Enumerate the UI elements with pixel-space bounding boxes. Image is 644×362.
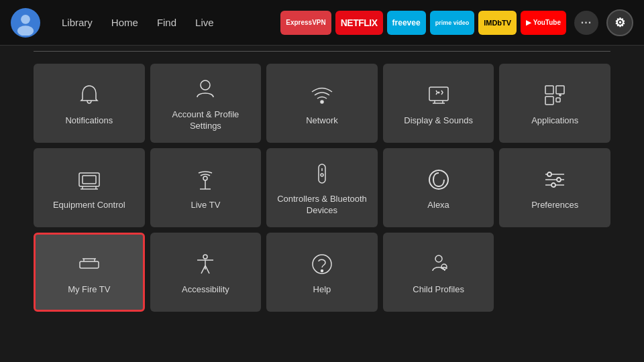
grid-label-notifications: Notifications (65, 115, 113, 127)
grid-label-applications: Applications (531, 115, 578, 127)
nav-item-home[interactable]: Home (103, 13, 146, 32)
svg-point-0 (21, 14, 30, 23)
alexa-icon (425, 166, 452, 193)
grid-label-account: Account & Profile Settings (158, 109, 254, 132)
grid-item-network[interactable]: Network (266, 64, 378, 143)
grid-label-my-fire-tv: My Fire TV (68, 284, 110, 296)
app-icon-imdbtv[interactable]: IMDbTV (478, 11, 517, 35)
svg-point-3 (321, 101, 323, 103)
svg-rect-19 (83, 176, 96, 184)
app-icon-netflix[interactable]: NETFLIX (335, 11, 383, 35)
svg-rect-4 (429, 87, 448, 101)
person-icon (192, 76, 219, 103)
grid-label-alexa: Alexa (427, 200, 449, 211)
separator-top (34, 51, 610, 52)
svg-rect-12 (556, 98, 560, 102)
grid-item-live-tv[interactable]: Live TV (150, 148, 262, 227)
svg-rect-33 (80, 261, 99, 268)
grid-label-help: Help (313, 284, 331, 296)
grid-label-live-tv: Live TV (191, 200, 220, 211)
more-button[interactable]: ··· (574, 11, 598, 35)
nav-item-live[interactable]: Live (187, 13, 222, 32)
svg-point-1 (17, 25, 34, 36)
tv-icon (76, 166, 103, 193)
app-icon-expressvpn[interactable]: ExpressVPN (280, 11, 331, 35)
svg-line-40 (201, 265, 205, 274)
svg-point-37 (203, 255, 207, 259)
grid-item-child-profiles[interactable]: Child Profiles (383, 233, 494, 312)
grid-item-account[interactable]: Account & Profile Settings (150, 64, 262, 143)
grid-item-help[interactable]: Help (266, 233, 378, 312)
grid-item-notifications[interactable]: Notifications (34, 64, 145, 143)
app-icons: ExpressVPNNETFLIXfreeveeprime videoIMDbT… (280, 11, 566, 35)
nav-item-library[interactable]: Library (54, 13, 101, 32)
svg-point-2 (201, 80, 210, 90)
nav-links: LibraryHomeFindLive (54, 13, 222, 32)
settings-grid: Notifications Account & Profile Settings… (0, 57, 644, 318)
wifi-icon (309, 82, 335, 109)
remote-icon (309, 160, 335, 187)
grid-label-controllers: Controllers & Bluetooth Devices (274, 194, 370, 217)
bell-icon (76, 82, 103, 109)
accessibility-icon (192, 251, 219, 278)
svg-line-41 (205, 265, 209, 274)
help-icon (309, 251, 335, 278)
display-icon (425, 82, 452, 109)
grid-item-accessibility[interactable]: Accessibility (150, 233, 262, 312)
firetv-icon (76, 251, 103, 278)
child-icon (425, 251, 452, 278)
grid-label-child-profiles: Child Profiles (413, 284, 464, 296)
grid-label-equipment-control: Equipment Control (53, 200, 125, 211)
header: LibraryHomeFindLive ExpressVPNNETFLIXfre… (0, 0, 644, 46)
app-icon-▶-youtube[interactable]: ▶ YouTube (521, 11, 566, 35)
svg-rect-9 (545, 86, 553, 94)
sliders-icon (541, 166, 568, 193)
grid-label-preferences: Preferences (531, 200, 578, 211)
antenna-icon (192, 166, 219, 193)
apps-icon (541, 82, 568, 109)
grid-item-controllers[interactable]: Controllers & Bluetooth Devices (266, 148, 378, 227)
svg-rect-10 (556, 86, 564, 94)
grid-item-preferences[interactable]: Preferences (499, 148, 610, 227)
nav-item-find[interactable]: Find (149, 13, 184, 32)
grid-item-display-sounds[interactable]: Display & Sounds (383, 64, 494, 143)
svg-point-25 (321, 174, 323, 176)
grid-label-display-sounds: Display & Sounds (404, 115, 473, 127)
app-icon-freevee[interactable]: freevee (387, 11, 426, 35)
grid-label-accessibility: Accessibility (182, 284, 229, 296)
app-icon-prime-video[interactable]: prime video (430, 11, 475, 35)
svg-point-44 (435, 255, 442, 262)
grid-item-alexa[interactable]: Alexa (383, 148, 494, 227)
grid-item-my-fire-tv[interactable]: My Fire TV (34, 233, 145, 312)
grid-label-network: Network (306, 115, 338, 127)
svg-point-20 (203, 176, 207, 180)
svg-point-32 (551, 183, 555, 187)
grid-item-equipment-control[interactable]: Equipment Control (34, 148, 145, 227)
settings-button[interactable]: ⚙ (606, 9, 633, 36)
svg-point-31 (557, 178, 561, 182)
svg-rect-11 (545, 97, 553, 105)
avatar[interactable] (11, 8, 40, 38)
svg-point-30 (547, 172, 551, 176)
svg-point-43 (321, 269, 323, 272)
grid-item-applications[interactable]: Applications (499, 64, 610, 143)
